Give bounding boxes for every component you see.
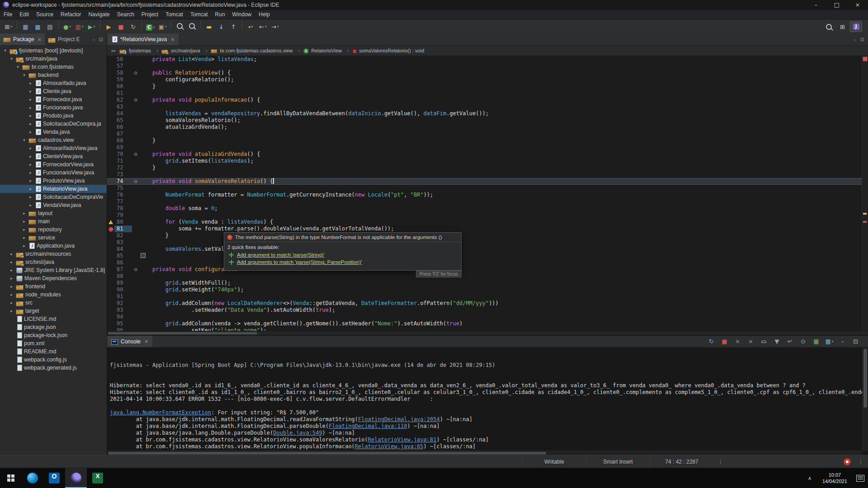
new-java-class-button[interactable]: C▾: [144, 22, 156, 33]
warning-mark[interactable]: [863, 213, 867, 215]
tree-item[interactable]: ▸SolicitacaoDeCompraVie: [0, 193, 107, 201]
tree-item[interactable]: ▸Almoxarifado.java: [0, 79, 107, 87]
expand-arrow-icon[interactable]: ▾: [15, 65, 20, 69]
menu-search[interactable]: Search: [113, 10, 138, 19]
tree-item[interactable]: ▸Funcionario.java: [0, 103, 107, 112]
tree-item[interactable]: ▸Cliente.java: [0, 87, 107, 95]
clear-console-button[interactable]: ▭: [758, 336, 770, 347]
action-center-button[interactable]: [853, 475, 868, 482]
expand-arrow-icon[interactable]: ▸: [28, 162, 33, 167]
search-button[interactable]: [186, 20, 198, 31]
tree-item[interactable]: package.json: [0, 323, 107, 331]
warning-icon[interactable]: [108, 220, 113, 224]
statusbar-overflow-icon[interactable]: ⋮: [713, 459, 728, 465]
expand-arrow-icon[interactable]: ▸: [28, 170, 33, 175]
breadcrumb-item-project[interactable]: fjsistemas: [118, 47, 160, 54]
tree-item[interactable]: ▸Application.java: [0, 242, 107, 250]
code-line[interactable]: 73: [107, 171, 868, 178]
code-editor[interactable]: 56 private List<Venda> listaVendas;5758⊖…: [107, 56, 868, 331]
remove-launch-button[interactable]: ×: [731, 336, 744, 347]
menu-window[interactable]: Window: [229, 10, 255, 19]
expand-arrow-icon[interactable]: ▾: [9, 56, 14, 61]
breadcrumb-item-package[interactable]: br.com.fjsistemas.cadastros.view: [209, 47, 302, 54]
expand-arrow-icon[interactable]: ▸: [28, 146, 33, 150]
tree-item[interactable]: pom.xml: [0, 339, 107, 347]
tree-item[interactable]: webpack.config.js: [0, 356, 107, 364]
code-line[interactable]: 79: [107, 212, 868, 219]
outlook-taskbar-button[interactable]: [43, 468, 65, 488]
show-console-on-output-button[interactable]: ↻: [705, 336, 717, 347]
tree-item[interactable]: LICENSE.md: [0, 315, 107, 323]
tab-relatorioview-java[interactable]: *RelatorioView.java ×: [107, 33, 179, 45]
menu-source[interactable]: Source: [33, 10, 57, 19]
taskbar-clock[interactable]: 10:07 14/04/2021: [817, 472, 853, 484]
statusbar-menu-icon[interactable]: ⋮: [854, 459, 868, 465]
expand-arrow-icon[interactable]: ▾: [22, 73, 27, 77]
tree-item[interactable]: ▸SolicitacaoDeCompra.ja: [0, 120, 107, 128]
code-line[interactable]: 78 double soma = 0;: [107, 205, 868, 212]
tree-item[interactable]: ▸layout: [0, 209, 107, 217]
tree-item[interactable]: ▸Venda.java: [0, 128, 107, 136]
stack-trace-link[interactable]: RelatorioView.java:81: [368, 436, 437, 443]
tree-item[interactable]: ▸service: [0, 234, 107, 242]
code-line[interactable]: 68 }: [107, 137, 868, 144]
previous-annotation-button[interactable]: ↑: [227, 21, 240, 32]
tree-item[interactable]: ▸Fornecedor.java: [0, 95, 107, 103]
code-line[interactable]: 64 listaVendas = vendaRepository.findAll…: [107, 110, 868, 117]
open-type-button[interactable]: [174, 20, 186, 31]
mark-occurrences-button[interactable]: ▬: [203, 21, 215, 32]
code-line[interactable]: 83: [107, 239, 868, 246]
menu-file[interactable]: File: [0, 10, 16, 19]
forward-button[interactable]: →▾: [269, 21, 281, 32]
code-line[interactable]: 65 somaValoresRelatorio();: [107, 117, 868, 124]
tree-item[interactable]: ▸AlmoxarifadoView.java: [0, 144, 107, 152]
code-line[interactable]: 59 configuraRelatorio();: [107, 76, 868, 83]
expand-arrow-icon[interactable]: ▸: [22, 235, 27, 240]
save-all-button[interactable]: ▩: [32, 21, 44, 32]
code-line[interactable]: 56 private List<Venda> listaVendas;: [107, 56, 868, 63]
code-line[interactable]: 80 for (Venda venda : listaVendas) {: [107, 219, 868, 225]
code-line[interactable]: 58⊖ public RelatorioView() {: [107, 70, 868, 76]
minimize-view-icon[interactable]: –: [854, 37, 856, 42]
maximize-window-button[interactable]: □: [826, 0, 847, 10]
tray-chevron-icon[interactable]: ∧: [802, 475, 817, 481]
expand-arrow-icon[interactable]: ▸: [9, 268, 14, 272]
run-button[interactable]: ▶▾: [85, 21, 98, 32]
code-line[interactable]: 61: [107, 90, 868, 97]
new-wizard-button[interactable]: ⊞▾: [2, 21, 14, 32]
code-line[interactable]: 57: [107, 63, 868, 70]
terminate-button[interactable]: ■: [718, 336, 731, 347]
code-line[interactable]: 91: [107, 293, 868, 300]
tree-item[interactable]: ▸VendaView.java: [0, 201, 107, 209]
maximize-view-icon[interactable]: ⊡: [860, 37, 864, 42]
display-selected-console-button[interactable]: ▦: [810, 336, 822, 347]
stack-trace-link[interactable]: FloatingDecimal.java:110: [329, 423, 407, 429]
remove-all-launches-button[interactable]: ×: [745, 336, 757, 347]
code-line[interactable]: 72 }: [107, 164, 868, 171]
close-icon[interactable]: ×: [144, 338, 148, 344]
menu-run[interactable]: Run: [212, 10, 229, 19]
tree-item[interactable]: ▸Maven Dependencies: [0, 274, 107, 282]
breadcrumb-item-source-folder[interactable]: src/main/java: [160, 47, 209, 54]
console-output[interactable]: fjsistemas - Application [Spring Boot Ap…: [107, 347, 868, 455]
code-line[interactable]: 96 setKey("cliente_nome");: [107, 327, 868, 331]
code-line[interactable]: 90 grid.setHeight("740px");: [107, 286, 868, 293]
code-line[interactable]: 60 }: [107, 83, 868, 90]
expand-arrow-icon[interactable]: ▸: [28, 178, 33, 183]
close-window-button[interactable]: ×: [847, 0, 868, 10]
new-java-package-button[interactable]: ▣▾: [156, 21, 169, 32]
quick-fix-item[interactable]: Add arguments to match 'parse(String, Pa…: [229, 259, 458, 265]
fold-margin[interactable]: ⊖: [132, 266, 139, 273]
tree-item[interactable]: ▸Produto.java: [0, 112, 107, 120]
expand-arrow-icon[interactable]: ▸: [28, 122, 33, 126]
code-line[interactable]: 67: [107, 131, 868, 137]
start-button[interactable]: [0, 468, 22, 488]
excel-taskbar-button[interactable]: [87, 468, 108, 488]
fold-margin[interactable]: ⊖: [132, 178, 139, 185]
code-line[interactable]: 75: [107, 185, 868, 192]
edge-taskbar-button[interactable]: [22, 468, 43, 488]
expand-arrow-icon[interactable]: ▸: [28, 203, 33, 207]
minimize-window-button[interactable]: –: [806, 0, 826, 10]
tree-item[interactable]: ▸src/main/resources: [0, 250, 107, 258]
tree-item[interactable]: ▸FuncionarioView.java: [0, 169, 107, 177]
